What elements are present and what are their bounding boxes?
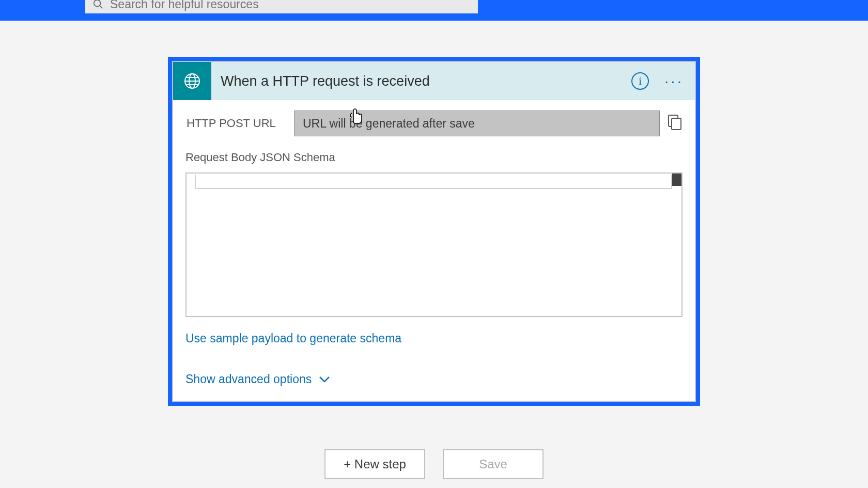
svg-point-0	[94, 0, 101, 7]
svg-rect-8	[672, 118, 681, 130]
more-menu-button[interactable]: ···	[664, 72, 684, 90]
trigger-header[interactable]: When a HTTP request is received i ···	[173, 62, 695, 100]
search-input[interactable]	[110, 0, 471, 11]
schema-label: Request Body JSON Schema	[185, 151, 683, 164]
scrollbar-thumb[interactable]	[672, 174, 681, 186]
http-request-icon	[173, 62, 211, 100]
http-post-url-field: URL will be generated after save	[294, 111, 660, 136]
copy-icon	[667, 114, 683, 131]
search-box[interactable]	[85, 0, 478, 13]
save-button: Save	[443, 449, 544, 479]
top-bar	[0, 0, 868, 21]
trigger-body: HTTP POST URL URL will be generated afte…	[173, 100, 695, 401]
http-post-url-label: HTTP POST URL	[185, 117, 294, 130]
copy-url-button[interactable]	[667, 114, 683, 133]
svg-line-1	[100, 6, 103, 9]
advanced-options-label: Show advanced options	[185, 372, 312, 386]
show-advanced-options[interactable]: Show advanced options	[185, 372, 683, 386]
designer-footer-actions: + New step Save	[0, 449, 868, 479]
trigger-title: When a HTTP request is received	[211, 73, 631, 89]
new-step-button[interactable]: + New step	[324, 449, 425, 479]
chevron-down-icon	[319, 376, 330, 383]
schema-textarea[interactable]	[185, 172, 683, 317]
designer-canvas: When a HTTP request is received i ··· HT…	[0, 21, 868, 488]
about-button[interactable]: i	[631, 72, 649, 90]
schema-inner-border	[195, 175, 672, 189]
trigger-card-selected: When a HTTP request is received i ··· HT…	[168, 57, 700, 406]
search-icon	[92, 0, 104, 10]
use-sample-payload-link[interactable]: Use sample payload to generate schema	[185, 332, 401, 345]
trigger-card[interactable]: When a HTTP request is received i ··· HT…	[172, 61, 696, 402]
